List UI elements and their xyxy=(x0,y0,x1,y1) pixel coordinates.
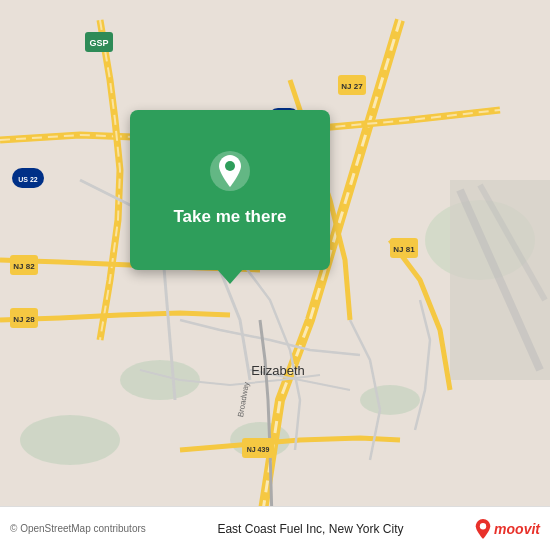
popup-card[interactable]: Take me there xyxy=(130,110,330,270)
svg-text:NJ 81: NJ 81 xyxy=(393,245,415,254)
copyright-text: © OpenStreetMap contributors xyxy=(10,523,146,534)
svg-text:US 22: US 22 xyxy=(18,176,38,183)
bottom-bar: © OpenStreetMap contributors East Coast … xyxy=(0,506,550,550)
svg-point-2 xyxy=(360,385,420,415)
svg-point-30 xyxy=(480,523,486,529)
moovit-logo: moovit xyxy=(475,519,540,539)
take-me-there-button[interactable]: Take me there xyxy=(163,203,296,231)
map-svg: GSP US 22 US 22 NJ 27 NJ 82 NJ 81 NJ 28 … xyxy=(0,0,550,550)
location-pin-icon xyxy=(208,149,252,193)
svg-point-4 xyxy=(20,415,120,465)
moovit-pin-icon xyxy=(475,519,491,539)
svg-text:NJ 82: NJ 82 xyxy=(13,262,35,271)
map-container: GSP US 22 US 22 NJ 27 NJ 82 NJ 81 NJ 28 … xyxy=(0,0,550,550)
location-text: East Coast Fuel Inc, New York City xyxy=(217,522,403,536)
svg-text:NJ 439: NJ 439 xyxy=(247,446,270,453)
moovit-brand-text: moovit xyxy=(494,521,540,537)
svg-text:NJ 27: NJ 27 xyxy=(341,82,363,91)
svg-text:Elizabeth: Elizabeth xyxy=(251,363,304,378)
svg-point-29 xyxy=(225,161,235,171)
svg-text:NJ 28: NJ 28 xyxy=(13,315,35,324)
svg-text:GSP: GSP xyxy=(89,38,108,48)
